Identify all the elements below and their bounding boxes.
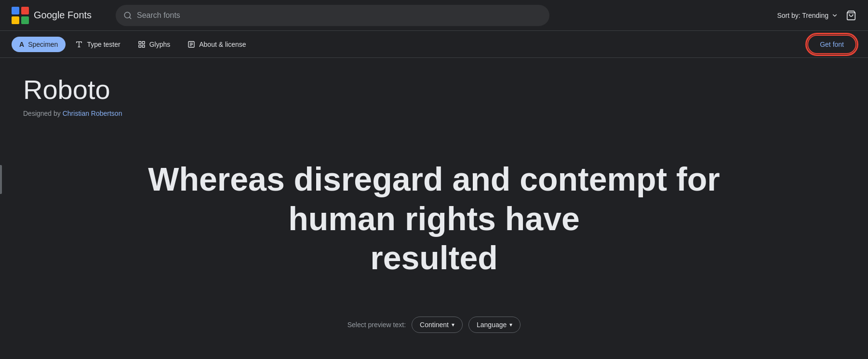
sub-nav: A Specimen Type tester Glyphs (0, 31, 868, 58)
specimen-text: Whereas disregard and contempt for human… (121, 160, 748, 278)
svg-rect-3 (21, 16, 29, 24)
left-edge-indicator (0, 165, 2, 194)
app-title: Google Fonts (34, 10, 92, 21)
get-font-wrap: Get font (807, 35, 856, 54)
glyphs-icon (138, 41, 146, 48)
chevron-down-icon (831, 12, 838, 19)
designer-link[interactable]: Christian Robertson (63, 110, 122, 117)
sort-label: Sort by: Trending (777, 12, 828, 19)
sort-button[interactable]: Sort by: Trending (777, 12, 838, 19)
tab-about[interactable]: About & license (180, 37, 254, 52)
designed-by-label: Designed by (23, 110, 61, 117)
svg-line-5 (129, 17, 131, 18)
search-input[interactable] (137, 11, 542, 20)
tab-type-tester[interactable]: Type tester (67, 37, 128, 52)
svg-rect-9 (139, 41, 141, 44)
top-nav: Google Fonts Sort by: Trending (0, 0, 868, 31)
search-icon (123, 11, 132, 20)
continent-label: Continent (420, 321, 449, 329)
font-designer-line: Designed by Christian Robertson (23, 110, 845, 117)
specimen-text-line2: resulted (370, 239, 498, 276)
google-logo-icon (12, 7, 29, 24)
svg-rect-10 (142, 41, 145, 44)
language-dropdown[interactable]: Language ▾ (468, 317, 521, 333)
font-name: Roboto (23, 73, 845, 106)
tab-about-label: About & license (199, 41, 246, 48)
about-icon (187, 41, 195, 48)
svg-rect-11 (139, 45, 141, 47)
tab-glyphs-label: Glyphs (149, 41, 171, 48)
continent-dropdown[interactable]: Continent ▾ (412, 317, 463, 333)
specimen-icon: A (19, 41, 24, 48)
tab-glyphs[interactable]: Glyphs (130, 37, 178, 52)
language-label: Language (477, 321, 507, 329)
preview-label: Select preview text: (347, 321, 406, 329)
svg-rect-1 (21, 7, 29, 14)
search-bar (116, 5, 549, 26)
specimen-text-line1: Whereas disregard and contempt for human… (148, 161, 720, 237)
tab-specimen[interactable]: A Specimen (12, 37, 66, 52)
get-font-button[interactable]: Get font (807, 35, 856, 54)
svg-rect-12 (142, 45, 145, 47)
svg-rect-0 (12, 7, 19, 14)
nav-right: Sort by: Trending (777, 10, 856, 21)
type-tester-icon (75, 41, 83, 48)
tab-type-tester-label: Type tester (87, 41, 120, 48)
language-chevron-icon: ▾ (509, 321, 512, 328)
cart-icon[interactable] (846, 10, 856, 21)
tab-specimen-label: Specimen (28, 41, 58, 48)
continent-chevron-icon: ▾ (452, 321, 454, 328)
main-content: Roboto Designed by Christian Robertson W… (0, 58, 868, 359)
specimen-area: Whereas disregard and contempt for human… (23, 140, 845, 359)
svg-rect-2 (12, 16, 19, 24)
preview-controls: Select preview text: Continent ▾ Languag… (347, 317, 521, 333)
logo-link[interactable]: Google Fonts (12, 7, 108, 24)
